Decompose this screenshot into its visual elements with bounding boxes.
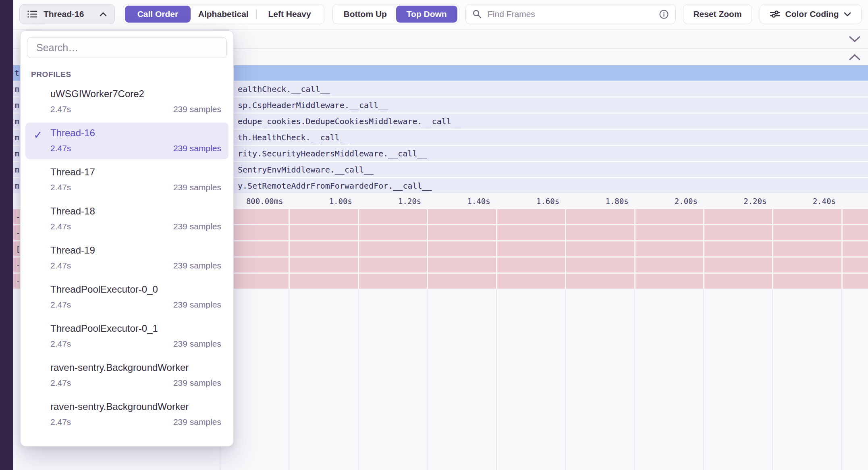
thread-item-stats: 2.47s239 samples [50,378,221,388]
thread-item-duration: 2.47s [50,378,71,388]
thread-item-threadpoolexecutor-0-0-5[interactable]: ThreadPoolExecutor-0_02.47s239 samples [21,278,233,317]
frame-label: sp.CspHeaderMiddleware.__call__ [238,100,388,110]
thread-dropdown-items: uWSGIWorker7Core22.47s239 samples✓Thread… [21,82,233,434]
frame-label-sliver: m [15,116,19,126]
order-option-call-order[interactable]: Call Order [125,6,191,23]
dropdown-search-box [27,37,227,58]
order-option-left-heavy[interactable]: Left Heavy [257,6,322,23]
app-sidebar-strip [0,0,13,470]
search-icon [472,9,482,19]
direction-option-top-down[interactable]: Top Down [396,6,458,23]
thread-item-duration: 2.47s [50,183,71,192]
thread-item-stats: 2.47s239 samples [50,183,221,192]
reset-zoom-label: Reset Zoom [693,9,741,19]
thread-item-name: raven-sentry.BackgroundWorker [50,401,189,412]
thread-item-thread-16-1[interactable]: ✓Thread-162.47s239 samples [21,121,233,160]
profiles-section-label: PROFILES [31,70,233,79]
thread-item-samples: 239 samples [173,339,221,349]
frame-label: rity.SecurityHeadersMiddleware.__call__ [238,149,427,158]
sliders-icon [770,9,781,19]
thread-item-samples: 239 samples [173,300,221,310]
gridline [841,209,843,289]
thread-item-stats: 2.47s239 samples [50,143,221,153]
thread-item-duration: 2.47s [50,222,71,231]
collapse-section-chevron-up-icon[interactable] [849,54,861,60]
thread-item-duration: 2.47s [50,417,71,427]
thread-item-name: uWSGIWorker7Core2 [50,88,144,100]
gridline [703,209,704,289]
gridline [565,209,566,289]
color-coding-button[interactable]: Color Coding [760,4,862,24]
gridline [358,289,359,470]
frame-label-sliver: m [15,133,19,142]
thread-item-samples: 239 samples [173,222,221,231]
gridline [634,209,635,289]
time-tick-label: 1.40s [467,197,490,206]
gridline [427,289,428,470]
thread-selector-button[interactable]: Thread-16 [19,4,115,24]
frame-label-sliver: t [15,68,19,78]
thread-item-stats: 2.47s239 samples [50,222,221,231]
time-tick-label: 1.20s [398,197,421,206]
thread-item-name: raven-sentry.BackgroundWorker [50,362,189,373]
thread-item-samples: 239 samples [173,183,221,192]
thread-item-samples: 239 samples [173,261,221,270]
thread-item-samples: 239 samples [173,104,221,114]
frame-label-sliver: m [15,165,19,175]
thread-list-icon [27,9,38,19]
thread-item-name: Thread-18 [50,206,95,217]
thread-item-samples: 239 samples [173,378,221,388]
thread-item-stats: 2.47s239 samples [50,339,221,349]
time-tick-label: 2.40s [813,197,836,206]
gridline [289,209,290,289]
thread-item-uwsgiworker7core2-0[interactable]: uWSGIWorker7Core22.47s239 samples [21,82,233,121]
dropdown-search-input[interactable] [35,42,218,54]
reset-zoom-button[interactable]: Reset Zoom [683,4,752,24]
thread-item-thread-19-4[interactable]: Thread-192.47s239 samples [21,239,233,278]
thread-item-threadpoolexecutor-0-1-6[interactable]: ThreadPoolExecutor-0_12.47s239 samples [21,317,233,356]
thread-item-duration: 2.47s [50,143,71,153]
gridline [427,209,428,289]
thread-item-name: ThreadPoolExecutor-0_0 [50,284,158,295]
profiler-flamegraph-view: Thread-16 Call OrderAlphabeticalLeft Hea… [0,0,868,470]
chevron-up-icon [99,12,107,17]
gridline [772,289,773,470]
thread-item-duration: 2.47s [50,261,71,270]
gridline [634,289,635,470]
frame-label-sliver: m [15,181,19,191]
frame-label: edupe_cookies.DedupeCookiesMiddleware.__… [238,116,461,126]
thread-item-name: Thread-17 [50,166,95,178]
gridline [496,209,497,289]
gridline [565,289,566,470]
thread-item-samples: 239 samples [173,417,221,427]
find-frames-input[interactable] [487,9,654,19]
thread-item-name: ThreadPoolExecutor-0_1 [50,323,158,334]
expand-section-chevron-down-icon[interactable] [849,36,861,43]
gridline [703,289,704,470]
time-tick-label: 1.00s [329,197,352,206]
frame-label: ealthCheck.__call__ [238,84,330,94]
thread-item-duration: 2.47s [50,300,71,310]
thread-item-thread-17-2[interactable]: Thread-172.47s239 samples [21,160,233,200]
flamegraph-toolbar: Thread-16 Call OrderAlphabeticalLeft Hea… [13,0,868,30]
gridline [841,289,842,470]
thread-item-name: Thread-19 [50,245,95,256]
frame-label: SentryEnvMiddleware.__call__ [238,165,374,175]
info-icon[interactable] [659,9,669,19]
thread-selector-label: Thread-16 [44,9,84,19]
thread-item-stats: 2.47s239 samples [50,417,221,427]
thread-item-raven-sentry-backgroundworker-8[interactable]: raven-sentry.BackgroundWorker2.47s239 sa… [21,395,233,434]
thread-item-thread-18-3[interactable]: Thread-182.47s239 samples [21,200,233,239]
thread-item-samples: 239 samples [173,143,221,153]
gridline [289,289,289,470]
thread-item-duration: 2.47s [50,104,71,114]
direction-option-bottom-up[interactable]: Bottom Up [334,6,396,23]
thread-item-stats: 2.47s239 samples [50,261,221,270]
gridline [496,289,497,470]
color-coding-label: Color Coding [785,9,839,19]
thread-item-raven-sentry-backgroundworker-7[interactable]: raven-sentry.BackgroundWorker2.47s239 sa… [21,356,233,395]
checkmark-icon: ✓ [33,129,43,141]
order-option-alphabetical[interactable]: Alphabetical [191,6,256,23]
thread-dropdown-panel: PROFILES uWSGIWorker7Core22.47s239 sampl… [20,30,234,447]
frame-label-sliver: m [15,149,19,158]
